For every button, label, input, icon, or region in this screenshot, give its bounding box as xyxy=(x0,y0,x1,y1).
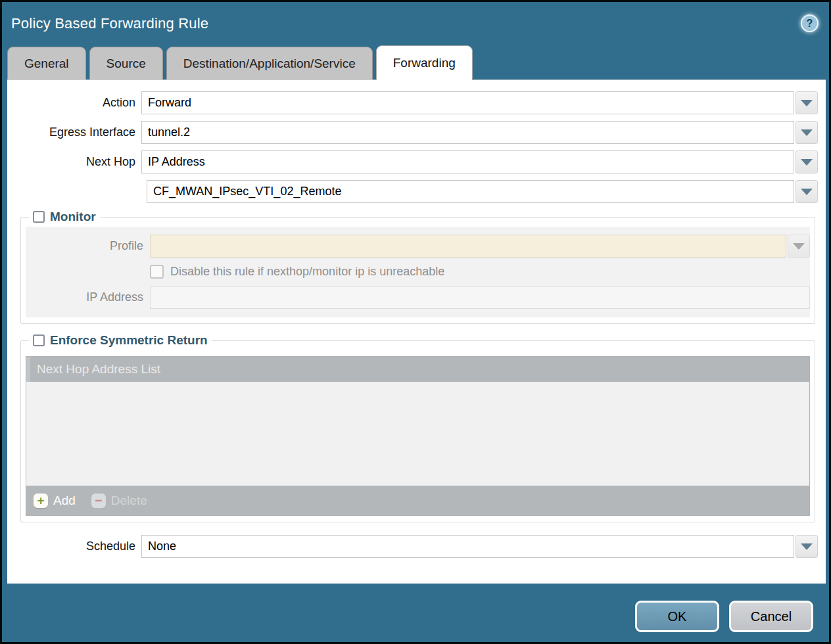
egress-interface-label: Egress Interface xyxy=(7,126,141,139)
cancel-button[interactable]: Cancel xyxy=(729,601,813,632)
monitor-panel: Profile Disable this rule if nexthop/mon… xyxy=(26,227,810,317)
egress-interface-row: Egress Interface tunnel.2 xyxy=(7,121,818,144)
profile-dropdown-button[interactable] xyxy=(788,235,810,258)
table-body[interactable] xyxy=(26,382,809,486)
next-hop-dropdown-button[interactable] xyxy=(795,150,818,173)
action-row: Action Forward xyxy=(7,91,818,114)
egress-interface-select[interactable]: tunnel.2 xyxy=(141,121,794,144)
tab-general[interactable]: General xyxy=(7,47,86,80)
delete-button-label: Delete xyxy=(111,494,147,508)
tab-destination-application-service[interactable]: Destination/Application/Service xyxy=(166,47,373,80)
dialog-footer: OK Cancel xyxy=(635,601,813,632)
chevron-down-icon xyxy=(801,189,813,195)
enforce-symmetric-return-label: Enforce Symmetric Return xyxy=(50,333,208,348)
tab-forwarding[interactable]: Forwarding xyxy=(376,45,473,80)
next-hop-label: Next Hop xyxy=(7,155,141,169)
monitor-section-label: Monitor xyxy=(50,210,96,224)
monitor-ip-row: IP Address xyxy=(26,286,810,309)
enforce-symmetric-return-checkbox[interactable] xyxy=(33,334,45,346)
table-header-label: Next Hop Address List xyxy=(37,362,160,377)
monitor-ip-label: IP Address xyxy=(26,290,150,304)
tab-source[interactable]: Source xyxy=(89,47,163,80)
schedule-select[interactable]: None xyxy=(141,535,794,558)
schedule-dropdown-button[interactable] xyxy=(795,535,818,558)
chevron-down-icon xyxy=(801,543,813,550)
forwarding-tab-content: Action Forward Egress Interface tunnel.2… xyxy=(7,80,826,584)
chevron-down-icon xyxy=(801,100,813,106)
monitor-legend: Monitor xyxy=(29,210,100,224)
dialog-title: Policy Based Forwarding Rule xyxy=(11,15,208,32)
profile-label: Profile xyxy=(26,239,150,253)
disable-rule-row: Disable this rule if nexthop/monitor ip … xyxy=(26,265,810,279)
monitor-section: Monitor Profile Disable this rule if nex… xyxy=(20,210,815,324)
enforce-symmetric-return-legend: Enforce Symmetric Return xyxy=(29,333,212,348)
chevron-down-icon xyxy=(801,159,813,166)
next-hop-address-dropdown-button[interactable] xyxy=(795,180,818,203)
enforce-symmetric-return-section: Enforce Symmetric Return Next Hop Addres… xyxy=(20,333,815,522)
next-hop-type-select[interactable]: IP Address xyxy=(141,150,794,173)
egress-interface-dropdown-button[interactable] xyxy=(795,121,818,144)
tab-strip: General Source Destination/Application/S… xyxy=(2,45,829,80)
plus-icon: + xyxy=(34,494,48,508)
help-icon[interactable]: ? xyxy=(801,14,819,32)
chevron-down-icon xyxy=(793,243,805,250)
disable-rule-checkbox[interactable] xyxy=(150,265,164,279)
minus-icon: − xyxy=(91,494,106,508)
delete-button[interactable]: − Delete xyxy=(91,494,147,508)
add-button-label: Add xyxy=(53,494,76,508)
action-select[interactable]: Forward xyxy=(141,91,794,114)
schedule-row: Schedule None xyxy=(7,535,818,558)
disable-rule-label: Disable this rule if nexthop/monitor ip … xyxy=(170,265,444,279)
table-header: Next Hop Address List xyxy=(26,357,809,382)
dialog-titlebar: Policy Based Forwarding Rule ? xyxy=(2,2,829,45)
policy-based-forwarding-dialog: Policy Based Forwarding Rule ? General S… xyxy=(0,0,831,644)
next-hop-address-select[interactable]: CF_MWAN_IPsec_VTI_02_Remote xyxy=(147,180,794,203)
monitor-ip-input[interactable] xyxy=(150,286,810,309)
table-footer: + Add − Delete xyxy=(26,486,809,515)
add-button[interactable]: + Add xyxy=(34,494,76,508)
action-dropdown-button[interactable] xyxy=(795,91,818,114)
chevron-down-icon xyxy=(801,129,813,136)
profile-select[interactable] xyxy=(150,235,786,258)
monitor-checkbox[interactable] xyxy=(33,211,45,223)
next-hop-row: Next Hop IP Address xyxy=(7,150,818,173)
schedule-label: Schedule xyxy=(7,540,141,553)
ok-button[interactable]: OK xyxy=(635,601,719,632)
next-hop-address-list-table: Next Hop Address List + Add − Delete xyxy=(26,356,810,516)
profile-row: Profile xyxy=(26,235,810,258)
next-hop-address-row: CF_MWAN_IPsec_VTI_02_Remote xyxy=(7,180,818,203)
action-label: Action xyxy=(7,96,141,110)
